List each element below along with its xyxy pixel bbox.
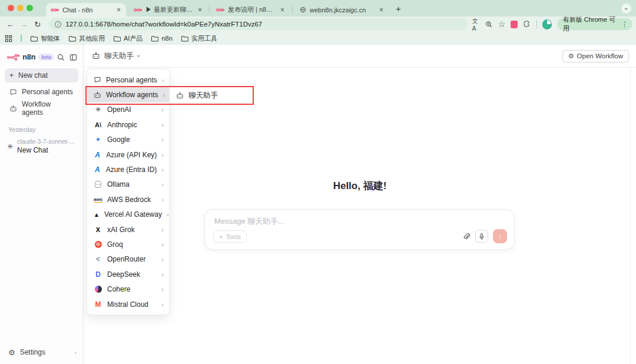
tab-title: webn8n.jkczaigc.cn [310,6,375,14]
azure-icon: A [94,166,101,174]
forward-button[interactable]: → [17,20,31,29]
gear-icon: ⚙ [8,348,15,357]
traffic-light-zoom[interactable] [26,5,33,11]
mistral-icon: M [94,300,102,309]
tab-close-icon[interactable]: × [116,6,121,14]
scrollbar-gutter[interactable] [630,68,631,364]
bookmark-folder-other-apps[interactable]: 其他应用 [68,34,105,43]
bookmark-folder-tools[interactable]: 实用工具 [181,34,217,43]
dropdown-item-xai-grok[interactable]: X xAI Grok › [87,222,169,237]
traffic-light-close[interactable] [8,5,14,11]
sidebar-toggle-icon[interactable] [69,54,77,61]
bookmark-label: AI产品 [124,34,143,43]
chevron-right-icon: › [167,211,169,218]
folder-icon [30,35,38,42]
bookmark-folder-ai-products[interactable]: AI产品 [113,34,143,43]
toolbar-icons: 文A ☆ 有新版 Chrome 可用 ⋮ [472,17,636,32]
chevron-right-icon: › [161,106,164,113]
chrome-update-button[interactable]: 有新版 Chrome 可用 ⋮ [557,18,632,30]
tab-close-icon[interactable]: × [379,6,384,14]
dropdown-item-cohere[interactable]: Cohere › [87,282,169,296]
reload-button[interactable]: ↻ [31,20,44,29]
bookmark-star-icon[interactable]: ☆ [498,19,506,29]
tab-close-icon[interactable]: × [280,6,285,14]
tab-chat-window-doc[interactable]: ▶ 最新更新聊天窗口调用工作流 × [129,3,207,16]
translate-icon[interactable]: 文A [472,17,481,32]
new-tab-button[interactable]: + [396,4,401,14]
settings-label: Settings [20,348,45,356]
kebab-menu-icon[interactable]: ⋮ [621,21,628,28]
openrouter-icon: < [94,255,102,263]
dropdown-item-mistral[interactable]: M Mistral Cloud › [87,297,169,312]
xai-icon: X [94,226,102,233]
plus-icon: + [219,233,223,240]
chevron-right-icon: › [74,349,77,356]
history-item[interactable]: ✳ claude-3-7-sonnet-202… New Chat [0,135,83,154]
dropdown-item-openrouter[interactable]: < OpenRouter › [87,252,169,267]
folder-icon [68,35,76,42]
chat-bubble-icon [94,76,101,84]
azure-icon: A [94,151,101,159]
tools-button[interactable]: + Tools [213,230,247,243]
tab-chat-n8n[interactable]: Chat - n8n × [46,3,126,16]
dropdown-item-anthropic[interactable]: A\ Anthropic › [87,117,169,132]
tab-webn8n[interactable]: webn8n.jkczaigc.cn × [295,3,389,16]
agent-selector[interactable]: 聊天助手 › [92,51,140,61]
dropdown-item-ollama[interactable]: Ollama › [87,177,169,192]
folder-icon [113,35,121,42]
tab-title: ▶ 最新更新聊天窗口调用工作流 [145,5,194,14]
chevron-right-icon: › [161,196,164,203]
n8n-logo-icon [7,54,19,61]
attachment-icon[interactable] [462,232,471,241]
address-bar[interactable]: i 127.0.0.1:5678/home/chat?workflowId=k0… [49,18,467,30]
agent-name: 聊天助手 [104,51,134,61]
site-info-icon[interactable]: i [55,21,61,28]
history-item-model: claude-3-7-sonnet-202… [17,138,76,145]
folder-icon [151,35,158,42]
tab-release-notes[interactable]: 发布说明 | n8n 文档 --- Releas × [211,3,290,16]
search-icon[interactable] [57,54,65,61]
annotation-red-box [85,86,254,105]
send-button[interactable]: ↑ [493,229,507,243]
message-input[interactable] [214,217,462,226]
translate-extension-icon[interactable] [511,21,518,28]
settings-button[interactable]: ⚙ Settings › [0,345,84,359]
traffic-light-minimize[interactable] [17,5,24,11]
apps-grid-icon[interactable] [5,35,12,42]
dropdown-item-personal-agents[interactable]: Personal agents › [87,72,169,87]
extensions-puzzle-icon[interactable] [523,20,531,28]
dropdown-item-groq[interactable]: G Groq › [87,237,169,252]
chevron-right-icon: › [161,136,164,143]
profile-avatar[interactable] [542,19,552,29]
bookmark-folder-n8n[interactable]: n8n [151,35,172,42]
dropdown-item-deepseek[interactable]: D DeepSeek › [87,267,169,282]
history-item-title: New Chat [17,146,76,154]
dropdown-item-azure-api-key[interactable]: A Azure (API Key) › [87,147,169,162]
open-workflow-button[interactable]: ⚙ Open Workflow [562,50,629,62]
bookmark-label: 智能体 [41,34,60,43]
tab-search-button[interactable]: › [621,4,631,14]
microphone-button[interactable] [475,230,488,243]
chevron-right-icon: › [161,226,164,233]
open-workflow-label: Open Workflow [577,52,623,59]
dropdown-item-aws-bedrock[interactable]: aws AWS Bedrock › [87,192,169,207]
n8n-favicon [216,8,224,12]
bookmark-folder-agents[interactable]: 智能体 [30,34,60,43]
new-chat-button[interactable]: + New chat [5,68,78,82]
dropdown-item-azure-entra-id[interactable]: A Azure (Entra ID) › [87,162,169,177]
back-button[interactable]: ← [4,20,17,29]
zoom-icon[interactable] [485,21,492,28]
sidebar-item-workflow-agents[interactable]: Workflow agents [5,101,78,115]
chevron-right-icon: › [161,241,164,248]
tab-close-icon[interactable]: × [197,6,203,14]
tab-title: Chat - n8n [62,6,112,14]
app-sidebar: n8n beta + New chat Personal agents Work… [0,45,84,364]
chevron-right-icon: › [161,256,164,263]
sidebar-item-label: Personal agents [22,88,73,96]
sidebar-item-personal-agents[interactable]: Personal agents [5,85,78,99]
dropdown-item-label: Personal agents [106,76,157,84]
dropdown-item-google[interactable]: ✦ Google › [87,133,169,147]
chevron-right-icon: › [161,121,164,128]
browser-window: Chat - n8n × ▶ 最新更新聊天窗口调用工作流 × 发布说明 | n8… [0,0,636,364]
dropdown-item-vercel[interactable]: ▲ Vercel AI Gateway › [87,207,169,222]
